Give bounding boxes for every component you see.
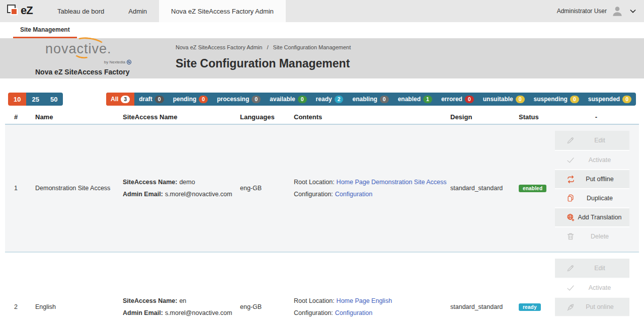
ez-logo-square-orange [11,8,18,15]
tab-label: Tableau de bord [57,8,104,15]
globe-plus-icon [565,212,576,223]
row-number: 1 [5,125,30,252]
add-translation-button[interactable]: Add Translation [555,207,629,226]
action-label: Activate [576,156,623,164]
status-filter-label: enabled [398,96,421,103]
novactive-logo: novactive. [31,41,149,58]
check-icon [565,154,576,166]
status-filter-unsuitable[interactable]: unsuitable 0 [478,93,529,106]
status-filter-label: unsuitable [483,96,513,103]
duplicate-button[interactable]: Duplicate [555,188,629,207]
edit-button[interactable]: Edit [555,131,629,150]
site-name: English [30,253,121,322]
status-count-badge: 0 [199,96,208,103]
root-location-link[interactable]: Home Page Demonstration Site Access [337,179,447,186]
tab-nova-ez-siteaccess-factory-admin[interactable]: Nova eZ SiteAccess Factory Admin [159,0,286,22]
design-cell: standard_standard [448,125,516,252]
col-header-status: Status [516,113,553,121]
site-table: # Name SiteAccess Name Languages Content… [5,110,639,322]
col-header-languages: Languages [236,113,292,121]
duplicate-button[interactable]: Duplicate [555,316,629,322]
nextedia-byline: by Nextedia [31,59,132,65]
design-cell: standard_standard [448,253,516,322]
status-filter-label: suspending [534,96,568,103]
status-count-badge: 3 [121,96,130,103]
action-label: Activate [576,284,623,291]
col-header-contents: Contents [292,113,448,121]
status-filter-all[interactable]: All 3 [106,93,134,106]
page-size-25[interactable]: 25 [26,93,44,106]
actions-cell: Edit Activate Put offline Duplicate Add … [553,125,639,252]
tab-admin[interactable]: Admin [116,0,159,22]
activate-button[interactable]: Activate [555,150,629,169]
status-filter-draft[interactable]: draft 0 [134,93,169,106]
col-header-num: # [5,113,30,121]
status-filter-ready[interactable]: ready 2 [311,93,348,106]
configuration-label: Configuration: [294,309,333,316]
breadcrumb-item-root[interactable]: Nova eZ SiteAccess Factory Admin [176,44,262,50]
root-location-link[interactable]: Home Page English [337,297,392,304]
configuration-link[interactable]: Configuration [335,309,372,316]
action-label: Edit [576,265,623,272]
check-icon [565,282,576,293]
status-filter-enabling[interactable]: enabling 0 [348,93,393,106]
action-label: Put online [576,303,623,310]
action-button-list: Edit Activate Put online Duplicate [555,259,629,322]
status-filter-pending[interactable]: pending 0 [169,93,213,106]
page-header: novactive. by Nextedia Nova eZ SiteAcces… [0,38,644,78]
trash-icon [565,231,576,242]
chevron-down-icon[interactable] [629,7,637,15]
status-filter-enabled[interactable]: enabled 1 [393,93,437,106]
configuration-link[interactable]: Configuration [335,191,372,198]
status-filter-label: errored [441,96,462,103]
languages-cell: eng-GB [236,253,292,322]
status-badge: ready [519,303,541,311]
user-menu[interactable]: Administrator User [557,0,644,22]
page-size-50[interactable]: 50 [45,93,63,106]
root-location-label: Root Location: [294,297,335,304]
table-row: 1 Demonstration Site Access SiteAccess N… [5,125,639,252]
status-count-badge: 0 [252,96,261,103]
status-filter-suspended[interactable]: suspended 0 [584,93,636,106]
user-name: Administrator User [557,8,607,15]
col-header-design: Design [448,113,516,121]
status-filter-label: draft [139,96,152,103]
sub-nav: Site Management [0,22,644,38]
product-name: Nova eZ SiteAccess Factory [31,68,149,76]
rocket-icon [565,301,576,312]
put-offline-button[interactable]: Put offline [555,169,629,188]
page-title: Site Configuration Management [176,57,351,70]
siteaccess-value: demo [179,179,195,186]
status-filter-errored[interactable]: errored 0 [437,93,478,106]
edit-button[interactable]: Edit [555,259,629,278]
status-filter-available[interactable]: available 0 [265,93,311,106]
subnav-item-site-management[interactable]: Site Management [13,22,77,38]
ez-logo[interactable]: eZ [7,0,39,22]
root-location-label: Root Location: [294,179,335,186]
page-size-10[interactable]: 10 [8,93,26,106]
copy-icon [565,193,576,204]
breadcrumb-item-current: Site Configuration Management [273,44,351,50]
languages-cell: eng-GB [236,125,292,252]
status-count-badge: 0 [465,96,474,103]
status-count-badge: 0 [155,96,164,103]
admin-email-label: Admin Email: [123,309,163,316]
status-filter-processing[interactable]: processing 0 [212,93,265,106]
main-tabs: Tableau de bord Admin Nova eZ SiteAccess… [45,0,286,22]
status-filter-suspending[interactable]: suspending 0 [529,93,584,106]
tab-label: Nova eZ SiteAccess Factory Admin [171,8,274,15]
siteaccess-cell: SiteAccess Name:demo Admin Email:s.morel… [121,125,236,252]
delete-button[interactable]: Delete [555,226,629,246]
status-count-badge: 0 [298,96,307,103]
put-online-button[interactable]: Put online [555,297,629,316]
status-count-badge: 0 [516,96,525,103]
tab-tableau-de-bord[interactable]: Tableau de bord [45,0,116,22]
breadcrumb-separator: / [267,44,268,50]
ez-logo-text: eZ [21,4,33,17]
page-size-selector: 10 25 50 [8,93,63,106]
contents-cell: Root Location:Home Page English Configur… [292,253,448,322]
action-label: Add Translation [576,214,623,221]
status-cell: ready [516,253,553,322]
configuration-label: Configuration: [294,191,333,198]
activate-button[interactable]: Activate [555,278,629,297]
